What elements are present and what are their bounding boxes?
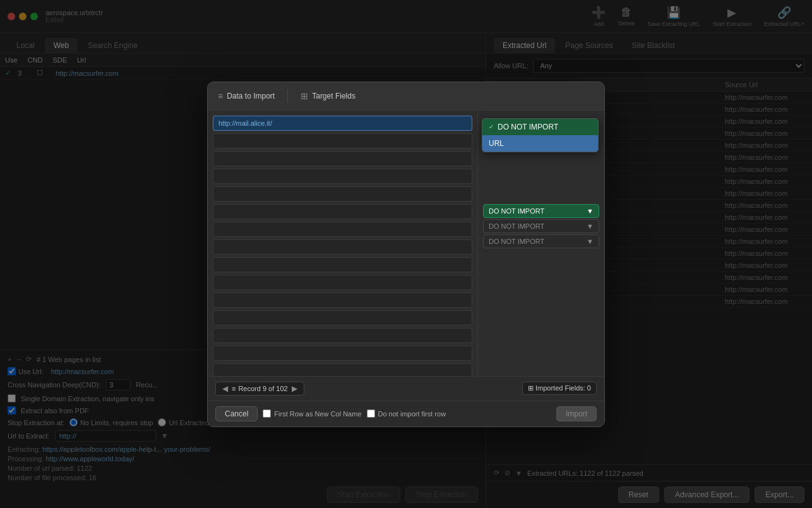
do-not-import-first-text: Do not import first row (378, 410, 446, 418)
modal-footer: ◀ ≡ Record 9 of 102 ▶ ⊞ Imported Fields:… (208, 376, 604, 401)
dropdown-item-url[interactable]: URL (482, 135, 598, 152)
imported-fields-label: Imported Fields: 0 (535, 384, 591, 392)
field-2-arrow: ▼ (587, 222, 594, 230)
data-list-icon: ≡ (218, 91, 223, 101)
do-not-import-first-label: Do not import first row (367, 409, 446, 418)
modal-data-row-7[interactable] (213, 239, 472, 255)
modal-data-row-3[interactable] (213, 169, 472, 184)
modal-data-list: http://mail.alice.it/ (208, 111, 477, 376)
modal-data-row-9[interactable] (213, 275, 472, 290)
modal-left: http://mail.alice.it/ (208, 111, 478, 376)
field-dropdown-2[interactable]: DO NOT IMPORT ▼ (483, 219, 599, 233)
modal-target-title: Target Fields (312, 92, 355, 100)
record-nav: ◀ ≡ Record 9 of 102 ▶ (215, 382, 304, 396)
field-2-label: DO NOT IMPORT (489, 222, 544, 230)
data-to-import-header: ≡ Data to Import (218, 91, 275, 101)
import-modal: ≡ Data to Import ⊞ Target Fields http://… (207, 82, 605, 427)
field-dropdown-3[interactable]: DO NOT IMPORT ▼ (483, 234, 599, 248)
dropdown-item-do-not-import[interactable]: ✓ DO NOT IMPORT (482, 119, 598, 135)
modal-body: http://mail.alice.it/ ✓ DO NOT IMPORT UR… (208, 111, 604, 376)
first-row-col-checkbox[interactable] (263, 409, 271, 418)
modal-data-row-12[interactable] (213, 328, 472, 343)
modal-data-row-8[interactable] (213, 257, 472, 272)
modal-data-row-14[interactable] (213, 363, 472, 376)
imported-fields-display: ⊞ Imported Fields: 0 (522, 382, 597, 395)
checkmark-icon: ✓ (489, 123, 494, 130)
modal-data-row-11[interactable] (213, 310, 472, 325)
modal-data-row-6[interactable] (213, 222, 472, 237)
modal-data-row-1[interactable] (213, 133, 472, 148)
modal-data-row-13[interactable] (213, 346, 472, 361)
field-dropdown-1[interactable]: DO NOT IMPORT ▼ (483, 204, 599, 218)
prev-record-button[interactable]: ◀ (221, 384, 229, 393)
first-row-col-label: First Row as New Col Name (263, 409, 361, 418)
modal-data-row-4[interactable] (213, 186, 472, 202)
modal-data-row-10[interactable] (213, 293, 472, 308)
target-fields-header: ⊞ Target Fields (301, 91, 355, 101)
import-button[interactable]: Import (556, 406, 597, 421)
modal-header: ≡ Data to Import ⊞ Target Fields (208, 82, 604, 111)
header-divider (287, 90, 288, 102)
record-label: Record 9 of 102 (238, 385, 287, 392)
next-record-button[interactable]: ▶ (290, 384, 299, 393)
modal-data-row-2[interactable] (213, 151, 472, 166)
modal-actions: Cancel First Row as New Col Name Do not … (208, 401, 604, 426)
modal-data-title: Data to Import (227, 92, 275, 100)
field-dropdowns: DO NOT IMPORT ▼ DO NOT IMPORT ▼ DO NOT I… (483, 204, 599, 250)
imported-fields-icon: ⊞ (528, 384, 534, 392)
field-3-label: DO NOT IMPORT (489, 238, 544, 245)
field-1-arrow: ▼ (587, 207, 594, 215)
target-grid-icon: ⊞ (301, 91, 308, 101)
dropdown-do-not-import-label: DO NOT IMPORT (498, 123, 558, 131)
field-1-label: DO NOT IMPORT (489, 207, 544, 215)
do-not-import-first-checkbox[interactable] (367, 409, 375, 418)
modal-overlay: ≡ Data to Import ⊞ Target Fields http://… (0, 0, 812, 508)
cancel-button[interactable]: Cancel (215, 406, 258, 421)
field-dropdown-popup: ✓ DO NOT IMPORT URL (482, 118, 599, 152)
modal-right: ✓ DO NOT IMPORT URL DO NOT IMPORT ▼ DO N… (478, 111, 604, 376)
first-row-col-text: First Row as New Col Name (274, 410, 361, 418)
record-list-icon: ≡ (232, 385, 236, 392)
field-3-arrow: ▼ (587, 238, 594, 245)
modal-data-row-5[interactable] (213, 204, 472, 219)
modal-data-row-0[interactable]: http://mail.alice.it/ (213, 116, 472, 131)
dropdown-url-label: URL (489, 139, 504, 148)
